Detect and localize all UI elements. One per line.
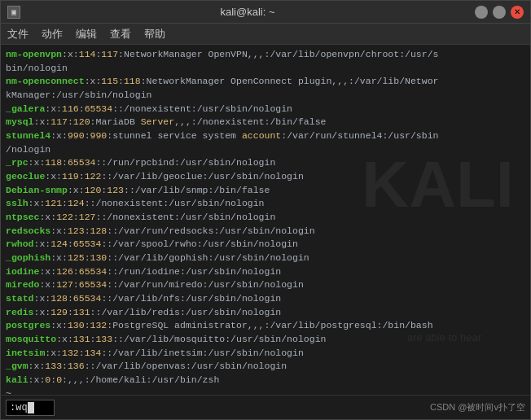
terminal-line: kali:x:0:0:,,,:/home/kali:/usr/bin/zsh [6, 374, 525, 387]
terminal-line: statd:x:128:65534::/var/lib/nfs:/usr/sbi… [6, 292, 525, 306]
menu-bar: 文件 动作 编辑 查看 帮助 [1, 24, 530, 45]
bottom-bar: : wq CSDN @被时间v扑了空 [1, 395, 530, 419]
terminal-line: _rpc:x:118:65534::/run/rpcbind:/usr/sbin… [6, 156, 525, 170]
menu-action[interactable]: 动作 [42, 27, 63, 42]
terminal-line: rwhod:x:124:65534::/var/spool/rwho:/usr/… [6, 238, 525, 252]
window-title: kali@kali: ~ [220, 6, 274, 18]
terminal-line: Debian-snmp:x:120:123::/var/lib/snmp:/bi… [6, 184, 525, 198]
terminal-line: iodine:x:126:65534::/run/iodine:/usr/sbi… [6, 265, 525, 279]
terminal-line-tilde: ~ [6, 387, 525, 395]
terminal-body: KALI nm-openvpn:x:114:117:NetworkManager… [1, 45, 530, 419]
terminal-window: ▣ kali@kali: ~ ✕ 文件 动作 编辑 查看 帮助 KALI nm-… [0, 0, 531, 420]
terminal-line: _galera:x:116:65534::/nonexistent:/usr/s… [6, 103, 525, 116]
title-bar: ▣ kali@kali: ~ ✕ [1, 1, 530, 24]
terminal-line: stunnel4:x:990:990:stunnel service syste… [6, 129, 525, 143]
window-icon: ▣ [7, 6, 20, 19]
terminal-line: postgres:x:130:132:PostgreSQL administra… [6, 319, 525, 333]
terminal-line: miredo:x:127:65534::/var/run/miredo:/usr… [6, 278, 525, 292]
terminal-line: bin/nologin [6, 62, 525, 76]
command-input-area[interactable]: : wq [6, 400, 55, 416]
bottom-credit: CSDN @被时间v扑了空 [430, 401, 525, 413]
command-text: wq [15, 402, 27, 413]
terminal-content: KALI nm-openvpn:x:114:117:NetworkManager… [1, 45, 530, 395]
window-controls: ✕ [475, 6, 524, 19]
terminal-line: ntpsec:x:122:127::/nonexistent:/usr/sbin… [6, 211, 525, 225]
terminal-line: inetsim:x:132:134::/var/lib/inetsim:/usr… [6, 347, 525, 361]
menu-edit[interactable]: 编辑 [76, 27, 97, 42]
terminal-line: redis:x:129:131::/var/lib/redis:/usr/sbi… [6, 306, 525, 320]
terminal-line: kManager:/usr/sbin/nologin [6, 89, 525, 103]
close-button[interactable]: ✕ [511, 6, 524, 19]
menu-help[interactable]: 帮助 [144, 27, 165, 42]
terminal-line: mosquitto:x:131:133::/var/lib/mosquitto:… [6, 333, 525, 347]
menu-file[interactable]: 文件 [7, 27, 29, 42]
menu-view[interactable]: 查看 [110, 27, 131, 42]
terminal-line: nm-openconnect:x:115:118:NetworkManager … [6, 75, 525, 89]
cursor [28, 402, 34, 413]
terminal-line: _gvm:x:133:136::/var/lib/openvas:/usr/sb… [6, 360, 525, 374]
terminal-line: mysql:x:117:120:MariaDB Server,,,:/nonex… [6, 116, 525, 129]
title-bar-left: ▣ [7, 6, 20, 19]
terminal-line: geoclue:x:119:122::/var/lib/geoclue:/usr… [6, 170, 525, 184]
maximize-button[interactable] [493, 6, 506, 19]
minimize-button[interactable] [475, 6, 488, 19]
terminal-line: /nologin [6, 143, 525, 157]
command-prefix: : [10, 402, 15, 413]
terminal-line: redsocks:x:123:128::/var/run/redsocks:/u… [6, 225, 525, 238]
terminal-line: sslh:x:121:124::/nonexistent:/usr/sbin/n… [6, 197, 525, 211]
terminal-line: _gophish:x:125:130::/var/lib/gophish:/us… [6, 252, 525, 265]
terminal-line: nm-openvpn:x:114:117:NetworkManager Open… [6, 48, 525, 62]
